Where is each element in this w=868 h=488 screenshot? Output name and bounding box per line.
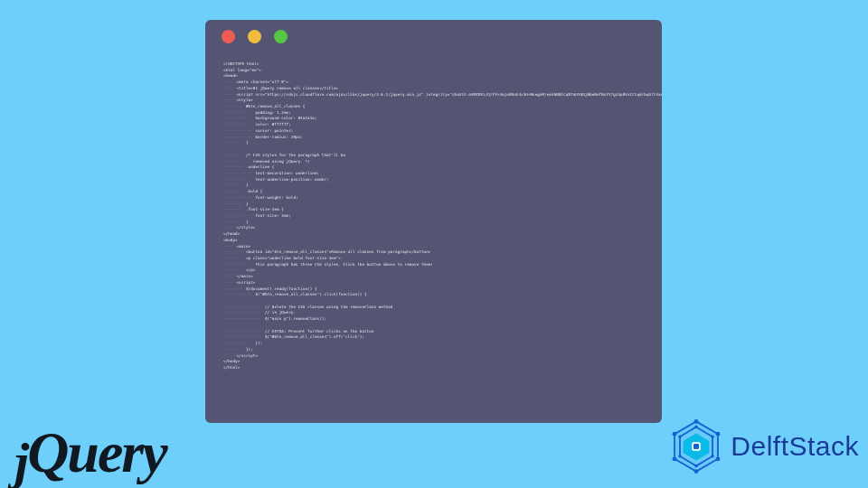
delftstack-icon [669, 419, 723, 474]
svg-point-8 [694, 426, 698, 429]
svg-point-13 [678, 435, 682, 438]
svg-point-2 [694, 419, 699, 424]
svg-point-4 [716, 456, 721, 461]
svg-point-3 [716, 432, 721, 436]
window-titlebar [205, 20, 662, 52]
jquery-logo-j: j [14, 431, 27, 488]
code-content: <!DOCTYPE html> <html lang="en"> <head> … [205, 52, 662, 384]
close-icon [222, 30, 235, 43]
jquery-logo: jQuery [14, 419, 166, 486]
delftstack-text: DelftStack [731, 431, 859, 462]
code-editor-window: <!DOCTYPE html> <html lang="en"> <head> … [205, 20, 662, 423]
svg-point-5 [694, 469, 699, 474]
svg-point-7 [673, 432, 677, 436]
svg-point-6 [673, 456, 677, 461]
maximize-icon [274, 30, 288, 43]
svg-point-9 [711, 435, 714, 438]
jquery-logo-text: Query [27, 419, 166, 486]
svg-rect-16 [693, 444, 699, 449]
svg-point-11 [694, 465, 698, 468]
delftstack-logo: DelftStack [669, 419, 859, 474]
svg-point-12 [678, 455, 682, 458]
minimize-icon [248, 30, 261, 43]
svg-point-10 [711, 455, 714, 458]
